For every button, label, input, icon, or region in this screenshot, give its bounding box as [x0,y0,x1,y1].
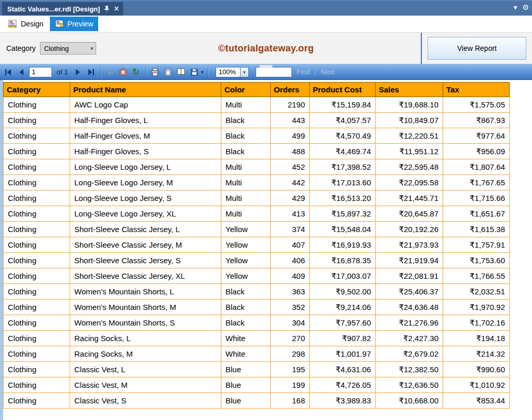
find-link[interactable]: Find [297,68,310,76]
document-tab-bar: Static Values...er.rdl [Design] × ▾ ⚙ [0,0,532,16]
export-dropdown-icon[interactable]: ▾ [201,69,204,75]
table-cell: ₹1,757.91 [443,237,510,253]
table-cell: Short-Sleeve Classic Jersey, S [70,253,221,268]
table-cell: Yellow [221,222,271,237]
table-cell: Long-Sleeve Logo Jersey, M [70,175,221,191]
back-button[interactable] [105,67,115,77]
table-cell: ₹1,001.97 [310,346,376,362]
table-cell: ₹1,753.60 [443,253,510,268]
table-cell: 406 [271,253,310,268]
print-layout-button[interactable] [163,67,174,77]
table-cell: Women's Mountain Shorts, M [70,300,221,315]
table-row: ClothingShort-Sleeve Classic Jersey, XLY… [4,268,510,284]
first-page-button[interactable] [3,67,14,77]
table-cell: Classic Vest, S [70,393,221,409]
print-button[interactable] [150,67,161,77]
tab-design[interactable]: Design [3,17,49,31]
table-cell: ₹4,631.06 [310,362,376,377]
last-page-button[interactable] [86,67,96,77]
table-row: ClothingShort-Sleeve Classic Jersey, LYe… [4,222,510,237]
table-cell: Half-Finger Gloves, M [70,128,221,144]
table-row: ClothingHalf-Finger Gloves, LBlack443₹4,… [4,113,510,128]
table-cell: Clothing [4,159,70,175]
table-cell: ₹1,715.66 [443,191,510,206]
table-cell: 298 [271,346,310,362]
table-cell: Yellow [221,253,271,268]
table-cell: Clothing [4,222,70,237]
prev-page-button[interactable] [16,67,26,77]
table-cell: ₹4,570.49 [310,128,376,144]
table-cell: Blue [221,377,271,393]
next-page-button[interactable] [73,67,83,77]
close-icon[interactable]: × [114,5,118,13]
table-cell: 199 [271,377,310,393]
table-cell: Black [221,315,271,331]
report-table-body: ClothingAWC Logo CapMulti2190₹15,159.84₹… [4,97,510,409]
table-cell: Clothing [4,284,70,300]
table-cell: ₹7,957.60 [310,315,376,331]
chevron-down-icon: ▾ [90,45,94,52]
table-cell: ₹10,668.00 [376,393,443,409]
table-cell: Clothing [4,253,70,268]
table-cell: Short-Sleeve Classic Jersey, L [70,222,221,237]
find-next-separator: | [314,69,316,76]
next-link[interactable]: Next [321,68,335,76]
table-cell: Multi [221,191,271,206]
chevron-down-icon[interactable]: ▾ [513,3,517,11]
zoom-select[interactable]: 100% ▾ [216,67,249,77]
column-header: Product Cost [310,83,376,97]
category-label: Category [6,44,36,52]
table-cell: ₹15,548.04 [310,222,376,237]
table-cell: ₹1,767.65 [443,175,510,191]
table-cell: Clothing [4,128,70,144]
table-cell: ₹21,919.94 [376,253,443,268]
table-cell: Long-Sleeve Logo Jersey, L [70,159,221,175]
table-cell: ₹4,726.05 [310,377,376,393]
view-report-button[interactable]: View Report [428,37,526,60]
page-setup-button[interactable] [176,67,187,77]
table-cell: 488 [271,144,310,159]
tab-design-label: Design [21,20,44,28]
category-dropdown[interactable]: Clothing ▾ [40,42,96,55]
table-row: ClothingClassic Vest, LBlue195₹4,631.06₹… [4,362,510,377]
zoom-value: 100% [216,67,241,77]
table-cell: Racing Socks, M [70,346,221,362]
document-tab[interactable]: Static Values...er.rdl [Design] × [2,2,123,16]
pin-icon[interactable] [104,5,110,13]
table-cell: Clothing [4,175,70,191]
table-cell: Yellow [221,268,271,284]
table-cell: Black [221,113,271,128]
table-row: ClothingAWC Logo CapMulti2190₹15,159.84₹… [4,97,510,113]
column-header: Category [4,83,70,97]
table-cell: Multi [221,206,271,222]
refresh-button[interactable]: ↻ [131,67,141,77]
table-row: ClothingLong-Sleeve Logo Jersey, LMulti4… [4,159,510,175]
find-input[interactable] [256,67,292,77]
table-cell: ₹12,636.50 [376,377,443,393]
gear-icon[interactable]: ⚙ [522,3,529,11]
table-cell: ₹2,679.02 [376,346,443,362]
table-cell: Yellow [221,237,271,253]
table-cell: ₹22,081.91 [376,268,443,284]
design-icon [8,20,18,28]
tab-preview[interactable]: Preview [50,17,99,31]
table-cell: White [221,346,271,362]
table-cell: Blue [221,362,271,377]
view-report-area: View Report [421,33,532,64]
table-cell: ₹1,615.38 [443,222,510,237]
stop-button[interactable] [118,67,128,77]
parameter-collapse-handle[interactable] [259,65,273,67]
page-number-input[interactable] [29,67,52,77]
report-table: CategoryProduct NameColorOrdersProduct C… [3,82,510,409]
table-row: ClothingRacing Socks, MWhite298₹1,001.97… [4,346,510,362]
table-cell: 270 [271,331,310,346]
export-button[interactable] [189,67,200,77]
toolbar-separator [208,67,208,77]
table-cell: 2190 [271,97,310,113]
table-cell: ₹1,702.16 [443,315,510,331]
table-cell: 304 [271,315,310,331]
table-cell: ₹21,973.93 [376,237,443,253]
table-cell: ₹10,849.07 [376,113,443,128]
table-cell: Long-Sleeve Logo Jersey, XL [70,206,221,222]
table-cell: 452 [271,159,310,175]
